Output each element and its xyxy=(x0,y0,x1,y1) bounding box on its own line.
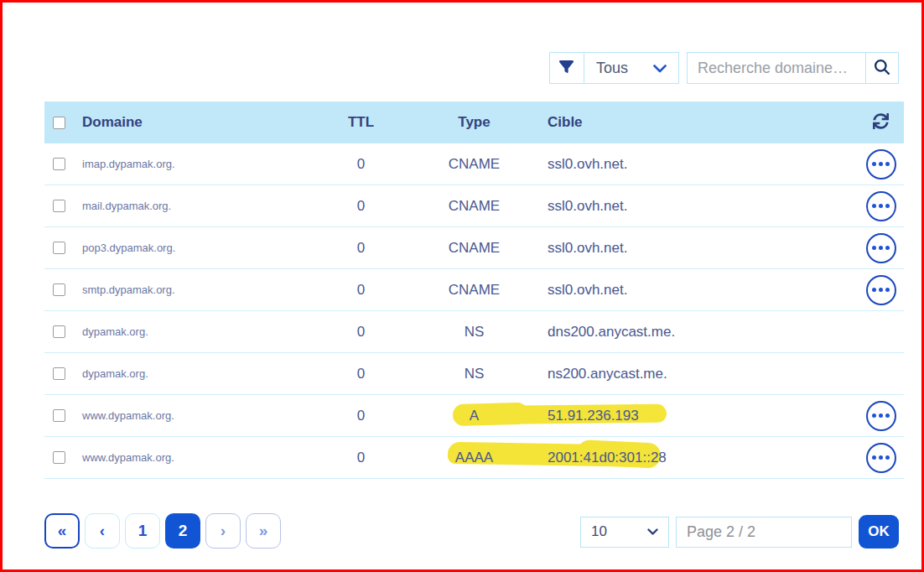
row-actions-button[interactable] xyxy=(866,401,896,431)
chevron-down-icon xyxy=(647,523,658,540)
row-checkbox[interactable] xyxy=(53,242,65,254)
search-button[interactable] xyxy=(865,52,899,84)
row-actions-cell xyxy=(858,149,904,179)
refresh-button[interactable] xyxy=(858,113,904,132)
row-type: NS xyxy=(413,324,535,341)
row-target: ssl0.ovh.net. xyxy=(535,198,858,215)
row-checkbox[interactable] xyxy=(53,409,65,422)
table-row: mail.dypamak.org. 0 CNAME ssl0.ovh.net. xyxy=(44,185,904,227)
search-group xyxy=(687,52,899,84)
filter-button[interactable] xyxy=(549,52,584,84)
table-body: imap.dypamak.org. 0 CNAME ssl0.ovh.net. … xyxy=(44,143,904,479)
ellipsis-icon xyxy=(872,246,876,250)
row-checkbox-cell xyxy=(44,325,82,338)
row-actions-button[interactable] xyxy=(866,149,896,179)
row-domain: www.dypamak.org. xyxy=(82,451,309,464)
ellipsis-icon xyxy=(872,204,876,208)
search-icon xyxy=(875,60,890,77)
row-domain: dypamak.org. xyxy=(82,367,309,380)
row-actions-cell xyxy=(858,191,904,221)
row-target: 51.91.236.193 xyxy=(535,408,858,424)
pagination-last: » xyxy=(246,513,281,549)
row-domain: www.dypamak.org. xyxy=(82,409,309,422)
row-type: CNAME xyxy=(413,240,535,257)
row-type: CNAME xyxy=(413,156,535,173)
pagination-first[interactable]: « xyxy=(44,513,80,549)
table-header-row: Domaine TTL Type Cible xyxy=(44,101,904,143)
row-ttl: 0 xyxy=(309,240,413,257)
page-controls: 10 OK xyxy=(580,515,899,549)
filter-type-value: Tous xyxy=(596,60,628,77)
table-row: www.dypamak.org. 0 A 51.91.236.193 xyxy=(44,395,904,437)
row-ttl: 0 xyxy=(309,366,413,382)
row-checkbox-cell xyxy=(44,283,82,296)
row-ttl: 0 xyxy=(309,408,413,424)
row-ttl: 0 xyxy=(309,156,413,173)
table-row: dypamak.org. 0 NS dns200.anycast.me. xyxy=(44,311,904,353)
ellipsis-icon xyxy=(872,413,876,418)
select-all-checkbox[interactable] xyxy=(53,117,65,129)
row-type: NS xyxy=(413,366,535,382)
page-size-select[interactable]: 10 xyxy=(580,517,669,548)
table-row: pop3.dypamak.org. 0 CNAME ssl0.ovh.net. xyxy=(44,227,904,269)
row-domain: mail.dypamak.org. xyxy=(82,200,309,212)
row-type: A xyxy=(413,408,535,424)
dns-records-table: Domaine TTL Type Cible imap.dypamak.org.… xyxy=(44,101,904,479)
ok-button[interactable]: OK xyxy=(859,515,899,549)
row-actions-button[interactable] xyxy=(866,275,896,305)
row-actions-cell xyxy=(858,401,904,431)
refresh-icon xyxy=(873,113,889,132)
header-checkbox-cell xyxy=(44,117,82,129)
pagination-prev[interactable]: ‹ xyxy=(85,513,120,549)
row-target: dns200.anycast.me. xyxy=(535,324,858,341)
row-checkbox[interactable] xyxy=(53,451,65,464)
row-target: ssl0.ovh.net. xyxy=(535,240,858,257)
header-domain: Domaine xyxy=(82,114,309,131)
pagination-page-2[interactable]: 2 xyxy=(165,513,200,549)
pagination: «‹12›» xyxy=(44,513,281,549)
pagination-page-1[interactable]: 1 xyxy=(125,513,160,549)
table-row: www.dypamak.org. 0 AAAA 2001:41d0:301::2… xyxy=(44,437,904,479)
row-actions-button[interactable] xyxy=(866,233,896,263)
dns-zone-page: { "toolbar": { "filter_label": "Tous", "… xyxy=(0,0,924,572)
row-target: ssl0.ovh.net. xyxy=(535,156,858,173)
row-ttl: 0 xyxy=(309,324,413,341)
table-row: dypamak.org. 0 NS ns200.anycast.me. xyxy=(44,353,904,395)
row-checkbox-cell xyxy=(44,409,82,422)
search-input[interactable] xyxy=(687,52,865,84)
row-type: AAAA xyxy=(413,450,535,466)
row-checkbox[interactable] xyxy=(53,283,65,296)
table-row: imap.dypamak.org. 0 CNAME ssl0.ovh.net. xyxy=(44,143,904,185)
page-size-value: 10 xyxy=(591,523,607,540)
row-ttl: 0 xyxy=(309,282,413,299)
row-domain: dypamak.org. xyxy=(82,325,309,338)
header-type: Type xyxy=(413,114,535,131)
row-checkbox-cell xyxy=(44,242,82,254)
filter-group: Tous xyxy=(549,52,679,84)
table-row: smtp.dypamak.org. 0 CNAME ssl0.ovh.net. xyxy=(44,269,904,311)
row-domain: pop3.dypamak.org. xyxy=(82,242,309,254)
row-checkbox[interactable] xyxy=(53,200,65,212)
row-target: ns200.anycast.me. xyxy=(535,366,858,382)
row-checkbox[interactable] xyxy=(53,325,65,338)
row-target: 2001:41d0:301::28 xyxy=(535,450,858,466)
row-checkbox[interactable] xyxy=(53,367,65,380)
chevron-down-icon xyxy=(653,60,667,77)
page-indicator-input[interactable] xyxy=(676,517,852,548)
header-ttl: TTL xyxy=(309,114,413,131)
row-target: ssl0.ovh.net. xyxy=(535,282,858,299)
pagination-next: › xyxy=(205,513,241,549)
row-actions-cell xyxy=(858,275,904,305)
row-domain: imap.dypamak.org. xyxy=(82,158,309,170)
ellipsis-icon xyxy=(872,288,876,292)
row-actions-button[interactable] xyxy=(866,191,896,221)
row-actions-cell xyxy=(858,443,904,473)
filter-type-select[interactable]: Tous xyxy=(584,52,679,84)
row-checkbox[interactable] xyxy=(53,158,65,170)
filter-funnel-icon xyxy=(559,60,574,76)
ellipsis-icon xyxy=(872,455,876,460)
row-actions-button[interactable] xyxy=(866,443,896,473)
row-domain: smtp.dypamak.org. xyxy=(82,283,309,296)
header-target: Cible xyxy=(535,114,858,131)
row-checkbox-cell xyxy=(44,200,82,212)
